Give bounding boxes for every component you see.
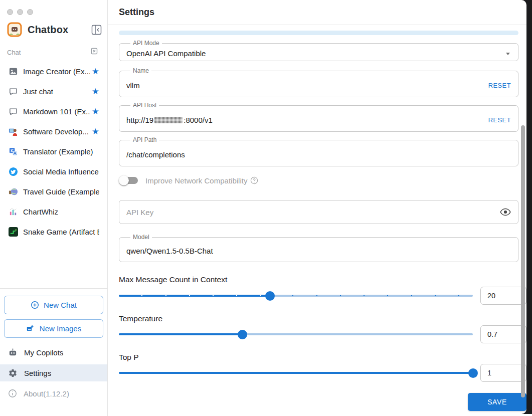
robot-icon	[8, 348, 18, 357]
chat-item-chartwhiz[interactable]: ChartWhiz	[0, 201, 107, 222]
image-icon	[8, 66, 18, 76]
collapse-sidebar-icon[interactable]	[90, 24, 102, 36]
scrolled-tab-highlight	[119, 31, 518, 35]
chat-item-translator[interactable]: Translator (Example)	[0, 141, 107, 161]
max-message-count-row	[119, 287, 526, 305]
api-path-value: /chat/completions	[126, 150, 185, 159]
api-host-label: API Host	[130, 102, 159, 108]
chat-section-label: Chat	[7, 49, 21, 56]
temperature-label: Temperature	[119, 314, 518, 324]
image-plus-icon	[26, 324, 35, 333]
star-icon[interactable]: ★	[90, 67, 99, 76]
model-label: Model	[130, 234, 152, 240]
brand-row: Chatbox	[7, 21, 102, 38]
app-window: Chatbox Chat	[0, 0, 532, 416]
model-value: qwen/Qwen1.5-0.5B-Chat	[126, 247, 213, 255]
slider-thumb[interactable]	[238, 330, 247, 339]
plus-circle-icon	[31, 301, 39, 309]
chat-bubble-icon	[8, 86, 18, 96]
chevron-down-icon	[505, 51, 511, 57]
max-message-count-label: Max Message Count in Context	[119, 275, 518, 285]
top-p-input[interactable]	[480, 364, 526, 382]
max-message-count-input[interactable]	[480, 287, 526, 305]
settings-dialog: Settings API Mode OpenAI API Compatible …	[108, 0, 526, 414]
model-field[interactable]: Model qwen/Qwen1.5-0.5B-Chat	[119, 234, 518, 262]
name-label: Name	[130, 68, 151, 74]
api-mode-label: API Mode	[130, 40, 162, 46]
api-host-value: http://19:8000/v1	[126, 116, 213, 124]
api-mode-value: OpenAI API Compatible	[126, 49, 206, 58]
api-path-field[interactable]: API Path /chat/completions	[119, 137, 518, 166]
api-host-field[interactable]: API Host http://19:8000/v1 RESET	[119, 102, 518, 132]
close-window-button[interactable]	[7, 9, 13, 15]
chat-item-markdown-101[interactable]: Markdown 101 (Ex... ★	[0, 101, 107, 121]
top-p-row	[119, 364, 526, 382]
dialog-header: Settings	[108, 0, 526, 25]
chat-item-software-developer[interactable]: Software Develop... ★	[0, 121, 107, 141]
app-title: Chatbox	[28, 24, 68, 36]
network-compat-label: Improve Network Compatibility	[145, 176, 247, 185]
scrollbar-thumb[interactable]	[521, 125, 525, 397]
network-compat-toggle[interactable]	[121, 177, 138, 184]
api-key-input[interactable]	[126, 208, 500, 217]
dialog-content: API Mode OpenAI API Compatible Name vllm…	[108, 31, 526, 411]
max-message-count-slider[interactable]	[119, 291, 473, 301]
page-title: Settings	[119, 7, 154, 18]
sidebar-divider	[0, 288, 107, 289]
top-p-label: Top P	[119, 353, 518, 363]
reset-name-button[interactable]: RESET	[488, 82, 511, 89]
sidebar: Chatbox Chat	[0, 0, 108, 416]
name-field[interactable]: Name vllm RESET	[119, 68, 518, 97]
translator-icon	[8, 146, 18, 156]
temperature-input[interactable]	[480, 325, 526, 343]
reset-api-host-button[interactable]: RESET	[488, 116, 511, 124]
chat-item-snake-game[interactable]: Snake Game (Artifact E...	[0, 222, 107, 242]
gear-icon	[8, 368, 18, 378]
new-images-button[interactable]: New Images	[4, 319, 103, 338]
new-chat-button[interactable]: New Chat	[4, 296, 103, 314]
slider-thumb[interactable]	[468, 368, 478, 378]
temperature-slider[interactable]	[119, 329, 473, 339]
sidebar-item-my-copilots[interactable]: My Copilots	[0, 344, 107, 361]
minimize-window-button[interactable]	[17, 9, 23, 15]
top-p-slider[interactable]	[119, 368, 473, 378]
info-icon	[8, 389, 17, 398]
travel-globe-icon	[8, 186, 18, 196]
sidebar-item-about[interactable]: About(1.12.2)	[0, 385, 107, 402]
network-compat-row: Improve Network Compatibility	[119, 174, 518, 186]
window-controls[interactable]	[7, 9, 33, 15]
chat-section-header: Chat	[7, 47, 98, 57]
save-button[interactable]: SAVE	[468, 393, 526, 411]
api-path-label: API Path	[130, 137, 159, 143]
snake-game-icon	[8, 227, 18, 237]
star-icon[interactable]: ★	[90, 107, 99, 116]
zoom-window-button[interactable]	[27, 9, 33, 15]
chatbox-logo-icon	[7, 22, 22, 37]
star-icon[interactable]: ★	[90, 87, 99, 96]
temperature-row	[119, 325, 526, 343]
redacted-text	[154, 117, 183, 123]
bar-chart-icon	[8, 206, 18, 217]
star-icon[interactable]: ★	[90, 127, 99, 136]
show-password-icon[interactable]	[500, 206, 511, 218]
slider-thumb[interactable]	[265, 291, 275, 301]
chat-item-travel-guide[interactable]: Travel Guide (Example)	[0, 181, 107, 201]
chat-bubble-icon	[8, 106, 18, 116]
chat-item-social-media-influencer[interactable]: Social Media Influencer ...	[0, 161, 107, 181]
help-icon[interactable]	[250, 176, 258, 184]
twitter-icon	[8, 166, 18, 176]
api-key-field[interactable]	[119, 200, 518, 224]
api-mode-select[interactable]: API Mode OpenAI API Compatible	[119, 40, 518, 61]
clear-conversations-icon[interactable]	[90, 47, 98, 57]
chat-list: Image Creator (Ex... ★ Just chat ★ Markd…	[0, 61, 107, 242]
name-value: vllm	[126, 81, 140, 90]
sidebar-item-settings[interactable]: Settings	[0, 364, 107, 381]
developer-icon	[8, 126, 18, 136]
chat-item-image-creator[interactable]: Image Creator (Ex... ★	[0, 61, 107, 81]
chat-item-just-chat[interactable]: Just chat ★	[0, 81, 107, 101]
